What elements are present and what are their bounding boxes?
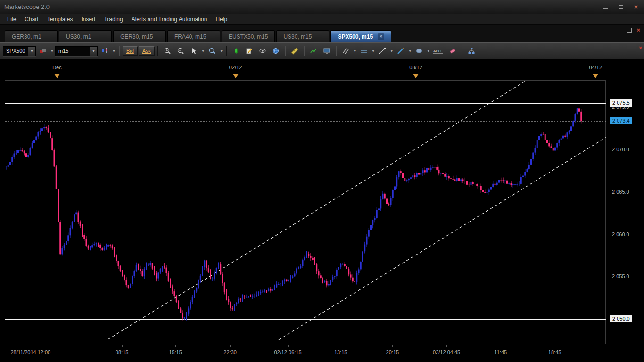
price-tick-label: 2 060.0 bbox=[612, 231, 629, 237]
toolbar-separator bbox=[226, 46, 227, 56]
svg-text:ABC: ABC bbox=[433, 49, 441, 53]
price-axis[interactable]: 2 075.02 070.02 065.02 060.02 055.02 050… bbox=[607, 80, 644, 345]
tab-spx500-m15[interactable]: SPX500, m15× bbox=[330, 30, 391, 42]
bottom-axis-tick bbox=[392, 345, 393, 347]
bid-button[interactable]: Bid bbox=[123, 46, 138, 56]
strategy-button[interactable] bbox=[465, 45, 478, 57]
bottom-axis-tick bbox=[31, 345, 31, 347]
menu-templates[interactable]: Templates bbox=[43, 15, 77, 24]
draw-line-dropdown-icon[interactable]: ▾ bbox=[408, 49, 412, 53]
chart-type-dropdown-icon[interactable]: ▾ bbox=[112, 49, 116, 53]
new-chart-button[interactable] bbox=[37, 45, 49, 57]
tab-close-icon[interactable]: × bbox=[378, 33, 384, 40]
zoom-in-button[interactable] bbox=[161, 45, 173, 57]
menu-help[interactable]: Help bbox=[211, 15, 231, 24]
ellipse-shape-icon bbox=[415, 47, 423, 55]
trendline-dropdown-icon[interactable]: ▾ bbox=[389, 49, 394, 53]
bottom-axis-tick bbox=[341, 345, 341, 347]
shape-dropdown-icon[interactable]: ▾ bbox=[426, 49, 430, 53]
session-marker-icon bbox=[413, 74, 419, 78]
text-abc-icon: ABC bbox=[433, 47, 444, 55]
cursor-dropdown-icon[interactable]: ▾ bbox=[201, 49, 205, 53]
timeframe-select[interactable]: m15 ▾ bbox=[55, 46, 98, 56]
zoom-select-dropdown-icon[interactable]: ▾ bbox=[219, 49, 223, 53]
tab-ger30-m15[interactable]: GER30, m15 bbox=[113, 30, 166, 42]
close-workspace-icon[interactable]: × bbox=[636, 27, 640, 33]
tab-us30-m1[interactable]: US30, m1 bbox=[59, 30, 112, 42]
titlebar[interactable]: Marketscope 2.0 × bbox=[0, 0, 644, 14]
draw-line-button[interactable] bbox=[395, 45, 407, 57]
cursor-button[interactable] bbox=[188, 45, 200, 57]
tab-ger30-m1[interactable]: GER30, m1 bbox=[5, 30, 58, 42]
menu-insert[interactable]: Insert bbox=[77, 15, 99, 24]
magnifier-plus-icon bbox=[164, 47, 171, 55]
ask-button[interactable]: Ask bbox=[139, 46, 155, 56]
minimize-icon[interactable] bbox=[602, 3, 610, 11]
candlesticks bbox=[6, 101, 582, 321]
zoom-select-button[interactable] bbox=[206, 45, 218, 57]
chart-area: Dec02/1203/1204/12 2 075.02 070.02 065.0… bbox=[0, 59, 644, 362]
edit-notes-button[interactable] bbox=[243, 45, 256, 57]
shape-button[interactable] bbox=[413, 45, 425, 57]
text-label-button[interactable]: ABC bbox=[431, 45, 446, 57]
plot-frame bbox=[5, 80, 606, 344]
visibility-button[interactable] bbox=[256, 45, 269, 57]
menu-alerts-and-trading-automation[interactable]: Alerts and Trading Automation bbox=[127, 15, 212, 24]
chevron-down-icon[interactable]: ▾ bbox=[90, 47, 97, 56]
bottom-axis-label: 28/11/2014 12:00 bbox=[10, 349, 50, 355]
bottom-axis-tick bbox=[501, 345, 501, 347]
magnifier-icon bbox=[208, 47, 216, 55]
tabbar-controls: × bbox=[627, 27, 640, 33]
session-marker-icon bbox=[593, 74, 598, 78]
tab-eustx50-m15[interactable]: EUSTX50, m15 bbox=[222, 30, 275, 42]
bottom-axis-tick bbox=[288, 345, 289, 347]
monitor-icon bbox=[323, 47, 330, 55]
menu-trading[interactable]: Trading bbox=[99, 15, 127, 24]
bottom-axis-label: 20:15 bbox=[386, 349, 399, 355]
measure-button[interactable] bbox=[289, 45, 301, 57]
tab-us30-m15[interactable]: US30, m15 bbox=[276, 30, 329, 42]
menubar: FileChartTemplatesInsertTradingAlerts an… bbox=[0, 14, 644, 25]
indicators-button[interactable] bbox=[307, 45, 320, 57]
eraser-icon bbox=[449, 47, 456, 55]
windows-layout-button[interactable] bbox=[321, 45, 333, 57]
chart-type-button[interactable] bbox=[99, 45, 111, 57]
fib-levels-button[interactable] bbox=[358, 45, 370, 57]
menu-file[interactable]: File bbox=[3, 15, 20, 24]
channel-upper-line[interactable] bbox=[108, 81, 526, 339]
new-chart-dropdown-icon[interactable]: ▾ bbox=[50, 49, 54, 53]
bottom-axis-label: 15:15 bbox=[169, 349, 182, 355]
window-title: Marketscope 2.0 bbox=[4, 3, 50, 10]
candle-tool-button[interactable] bbox=[230, 45, 242, 57]
chevron-down-icon[interactable]: ▾ bbox=[28, 47, 35, 56]
menu-chart[interactable]: Chart bbox=[20, 15, 42, 24]
channel-lower-line[interactable] bbox=[279, 137, 606, 340]
web-button[interactable] bbox=[270, 45, 282, 57]
symbol-select[interactable]: SPX500 ▾ bbox=[3, 46, 36, 56]
float-window-icon[interactable] bbox=[627, 28, 632, 33]
trendline-button[interactable] bbox=[376, 45, 388, 57]
magnifier-minus-icon bbox=[177, 47, 184, 55]
zoom-out-button[interactable] bbox=[174, 45, 187, 57]
ruler-icon bbox=[291, 47, 298, 55]
top-axis-label: 04/12 bbox=[589, 65, 603, 70]
fib-levels-dropdown-icon[interactable]: ▾ bbox=[371, 49, 375, 53]
restore-icon[interactable] bbox=[617, 3, 625, 11]
close-icon[interactable]: × bbox=[632, 3, 640, 11]
window-controls: × bbox=[602, 3, 640, 11]
bottom-axis-label: 11:45 bbox=[495, 349, 507, 355]
time-axis-bottom[interactable]: 28/11/2014 12:0008:1515:1522:3002/12 06:… bbox=[0, 345, 644, 362]
eraser-button[interactable] bbox=[446, 45, 459, 57]
time-axis-top[interactable]: Dec02/1203/1204/12 bbox=[0, 59, 644, 80]
tabbar: GER30, m1US30, m1GER30, m15FRA40, m15EUS… bbox=[0, 25, 644, 42]
bottom-axis-label: 22:30 bbox=[223, 349, 237, 355]
parallel-lines-dropdown-icon[interactable]: ▾ bbox=[353, 49, 357, 53]
toolbar-close-icon[interactable]: × bbox=[639, 45, 642, 51]
toolbar-separator bbox=[336, 46, 337, 56]
tab-fra40-m15[interactable]: FRA40, m15 bbox=[167, 30, 220, 42]
parallel-lines-button[interactable] bbox=[339, 45, 352, 57]
bottom-axis-label: 03/12 04:45 bbox=[433, 349, 460, 355]
marketscope-window: Marketscope 2.0 × FileChartTemplatesInse… bbox=[0, 0, 644, 362]
chart-canvas[interactable] bbox=[5, 81, 606, 345]
tab-label: US30, m1 bbox=[66, 33, 91, 40]
